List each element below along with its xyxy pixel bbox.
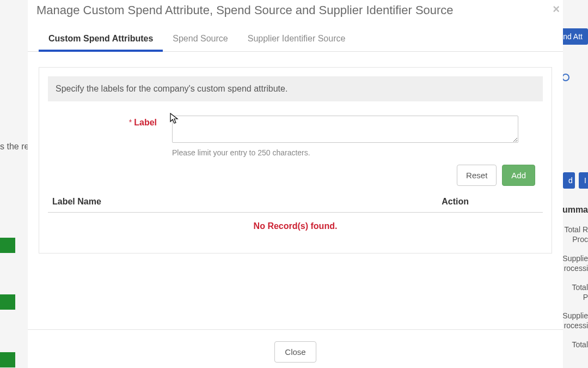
bg-green-3 [0, 352, 15, 367]
bg-line-1: Proc [572, 235, 588, 244]
bg-circle-icon [562, 74, 569, 81]
bg-line-4: Total [572, 283, 588, 292]
tab-custom-spend-attributes[interactable]: Custom Spend Attributes [39, 27, 163, 51]
bg-line-3: rocessi [564, 264, 588, 273]
reset-button[interactable]: Reset [457, 165, 497, 186]
bg-line-7: rocessi [564, 321, 588, 330]
form-label-cell: *Label [52, 116, 172, 128]
bg-d-button[interactable]: d [563, 172, 575, 189]
info-bar: Specify the labels for the company's cus… [48, 76, 543, 101]
hint-text: Please limit your entry to 250 character… [172, 148, 533, 157]
close-button[interactable]: Close [274, 341, 316, 363]
bg-i-button[interactable]: I [579, 172, 588, 189]
bg-line-8: Total [572, 340, 588, 349]
tab-spend-source[interactable]: Spend Source [163, 27, 237, 51]
required-star: * [129, 118, 132, 126]
label-field-label: Label [134, 118, 157, 127]
add-button[interactable]: Add [502, 165, 535, 186]
label-input[interactable] [172, 116, 518, 143]
bg-line-2: Supplie [562, 254, 588, 263]
bg-line-5: P [583, 293, 588, 301]
col-action: Action [442, 197, 469, 207]
bg-green-1 [0, 238, 15, 253]
tab-panel: Specify the labels for the company's cus… [39, 67, 552, 254]
bg-line-0: Total R [564, 225, 588, 234]
col-label-name: Label Name [52, 197, 101, 207]
close-icon[interactable]: × [553, 2, 560, 16]
modal-title: Manage Custom Spend Attribute, Spend Sou… [36, 3, 554, 17]
label-table: Label Name Action No Record(s) found. [48, 194, 543, 231]
empty-state: No Record(s) found. [48, 213, 543, 231]
tab-supplier-identifier-source[interactable]: Supplier Identifier Source [238, 27, 356, 51]
table-head: Label Name Action [48, 194, 543, 213]
footer: Close [28, 341, 563, 363]
modal-dialog: Manage Custom Spend Attribute, Spend Sou… [28, 0, 563, 368]
tabs-bar: Custom Spend Attributes Spend Source Sup… [28, 27, 563, 52]
input-cell: Please limit your entry to 250 character… [172, 116, 538, 157]
form-row-label: *Label Please limit your entry to 250 ch… [52, 116, 538, 157]
form-button-row: Reset Add [39, 161, 552, 186]
footer-divider [28, 329, 563, 330]
bg-green-2 [0, 294, 15, 310]
modal-header: Manage Custom Spend Attribute, Spend Sou… [28, 0, 563, 27]
bg-line-6: Supplie [562, 311, 588, 320]
